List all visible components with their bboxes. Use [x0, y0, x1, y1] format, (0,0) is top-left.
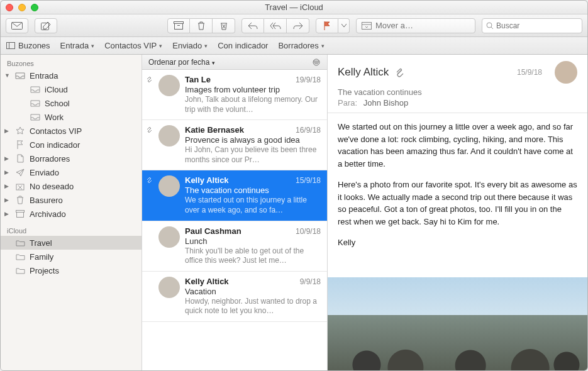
titlebar: Travel — iCloud	[1, 1, 587, 14]
forward-button[interactable]	[287, 18, 309, 33]
reader-subject: The vacation continues	[338, 87, 577, 97]
folder-icon	[14, 238, 26, 247]
message-date: 16/9/18	[296, 126, 321, 135]
sidebar-flagged[interactable]: Con indicador	[1, 138, 141, 152]
sidebar-folder-projects[interactable]: Projects	[1, 263, 141, 277]
fav-sent[interactable]: Enviado▾	[172, 41, 208, 50]
inbox-icon	[30, 113, 41, 121]
attachment-icon	[395, 67, 404, 77]
sidebar-inbox[interactable]: ▼ Entrada	[1, 69, 141, 82]
message-subject: Images from volunteer trip	[185, 85, 321, 94]
junk-button[interactable]	[213, 18, 235, 33]
avatar	[158, 226, 180, 248]
archive-button[interactable]	[167, 18, 190, 33]
message-preview: We started out on this journey a little …	[185, 196, 321, 215]
reader-signoff: Kelly	[338, 236, 577, 249]
document-icon	[14, 154, 26, 163]
sidebar: Buzones ▼ Entrada iCloud School Work ▶ C…	[1, 55, 142, 371]
reader-avatar	[555, 61, 577, 84]
folder-icon	[14, 252, 26, 261]
reader-to-value: John Bishop	[363, 98, 409, 108]
sort-bar[interactable]: Ordenar por fecha ▾	[142, 55, 327, 70]
message-from: Kelly Altick	[185, 277, 229, 286]
sidebar-inbox-icloud[interactable]: iCloud	[1, 82, 141, 96]
fav-vip[interactable]: Contactos VIP▾	[104, 41, 162, 50]
disclosure-triangle-icon[interactable]: ▶	[4, 169, 11, 175]
sidebar-vip[interactable]: ▶ Contactos VIP	[1, 124, 141, 138]
filter-icon[interactable]	[312, 58, 321, 66]
avatar	[158, 125, 180, 147]
get-mail-button[interactable]	[6, 18, 28, 33]
sidebar-inbox-work[interactable]: Work	[1, 110, 141, 124]
window-title: Travel — iCloud	[1, 3, 587, 12]
message-row[interactable]: Katie Bernasek16/9/18Provence is always …	[142, 120, 327, 170]
flag-button[interactable]	[316, 18, 338, 33]
mailboxes-label: Buzones	[18, 41, 50, 50]
attachment-icon	[146, 175, 153, 215]
message-from: Katie Bernasek	[185, 125, 244, 135]
sidebar-inbox-school[interactable]: School	[1, 96, 141, 110]
reader-to: Para: John Bishop	[338, 98, 577, 108]
mailboxes-toggle[interactable]: Buzones	[6, 41, 50, 51]
sidebar-folder-travel[interactable]: Travel	[1, 236, 141, 250]
reader-header: Kelly Altick 15/9/18 The vacation contin…	[328, 55, 587, 113]
disclosure-triangle-icon[interactable]: ▶	[4, 128, 11, 134]
disclosure-triangle-icon[interactable]: ▼	[4, 72, 11, 79]
message-preview: Howdy, neighbor. Just wanted to drop a q…	[185, 297, 321, 316]
search-field[interactable]	[482, 18, 582, 33]
move-to-dropdown[interactable]: Mover a…	[356, 18, 475, 33]
compose-button[interactable]	[35, 18, 57, 33]
svg-rect-5	[362, 22, 372, 29]
message-date: 15/9/18	[296, 176, 321, 185]
avatar	[158, 75, 180, 96]
search-input[interactable]	[496, 21, 588, 30]
message-row[interactable]: Kelly Altick15/9/18The vacation continue…	[142, 170, 327, 221]
sidebar-sent[interactable]: ▶ Enviado	[1, 165, 141, 179]
avatar	[158, 175, 180, 197]
inbox-icon	[14, 71, 26, 80]
reader-paragraph: We started out on this journey a little …	[338, 121, 577, 170]
fav-drafts[interactable]: Borradores▾	[278, 41, 324, 50]
avatar	[158, 277, 180, 298]
message-row[interactable]: Tan Le19/9/18Images from volunteer tripJ…	[142, 70, 327, 120]
fav-inbox[interactable]: Entrada▾	[60, 41, 95, 50]
sidebar-archive[interactable]: ▶ Archivado	[1, 207, 141, 221]
delete-button[interactable]	[190, 18, 213, 33]
disclosure-triangle-icon[interactable]: ▶	[4, 197, 11, 203]
chevron-down-icon: ▾	[321, 43, 325, 49]
attachment-icon	[146, 226, 153, 266]
reply-all-button[interactable]	[264, 18, 287, 33]
message-preview: John, Talk about a lifelong memory. Our …	[185, 95, 321, 114]
message-subject: Vacation	[185, 287, 321, 296]
sidebar-section-buzones: Buzones	[1, 57, 141, 69]
disclosure-triangle-icon[interactable]: ▶	[4, 155, 11, 162]
reader-attached-photo	[328, 277, 587, 371]
sidebar-junk[interactable]: ▶ No deseado	[1, 179, 141, 193]
disclosure-triangle-icon[interactable]: ▶	[4, 183, 11, 189]
sidebar-trash[interactable]: ▶ Basurero	[1, 193, 141, 207]
message-row[interactable]: Paul Cashman10/9/18LunchThink you'll be …	[142, 221, 327, 272]
flag-menu-button[interactable]	[338, 18, 350, 33]
svg-rect-12	[17, 213, 24, 218]
message-subject: Lunch	[185, 236, 321, 246]
paper-plane-icon	[14, 168, 26, 177]
favorites-bar: Buzones Entrada▾ Contactos VIP▾ Enviado▾…	[1, 37, 587, 55]
message-row[interactable]: Kelly Altick9/9/18VacationHowdy, neighbo…	[142, 272, 327, 322]
trash-icon	[14, 196, 26, 204]
move-to-icon	[362, 22, 372, 30]
message-date: 10/9/18	[296, 227, 321, 236]
message-subject: The vacation continues	[185, 186, 321, 195]
sidebar-folder-family[interactable]: Family	[1, 250, 141, 263]
reader-date: 15/9/18	[517, 68, 542, 77]
svg-line-7	[491, 27, 493, 29]
sidebar-drafts[interactable]: ▶ Borradores	[1, 152, 141, 165]
chevron-down-icon: ▾	[91, 43, 94, 49]
fav-flagged[interactable]: Con indicador	[218, 41, 268, 50]
message-subject: Provence is always a good idea	[185, 135, 321, 145]
reply-button[interactable]	[241, 18, 264, 33]
sidebar-section-icloud: iCloud	[1, 224, 141, 236]
disclosure-triangle-icon[interactable]: ▶	[4, 211, 11, 217]
reader-from: Kelly Altick	[338, 66, 389, 79]
star-icon	[14, 126, 26, 135]
inbox-icon	[30, 99, 41, 108]
